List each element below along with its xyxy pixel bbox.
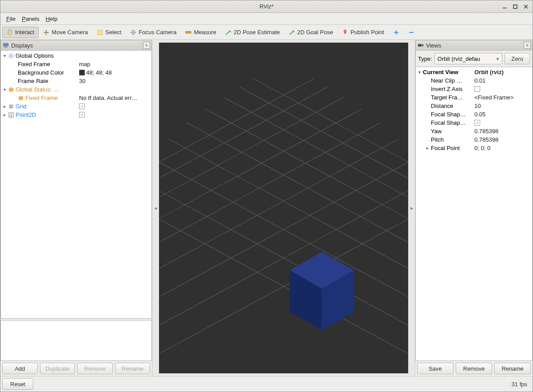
focal-fixed-checkbox[interactable]: ✓ [474, 120, 480, 126]
tool-move-label: Move Camera [52, 29, 88, 36]
tool-interact-label: Interact [15, 29, 34, 36]
tool-2d-pose-label: 2D Pose Estimate [234, 29, 280, 36]
tree-global-options[interactable]: ▾Global Options [1, 51, 151, 60]
tree-focal-point[interactable]: ▸Focal Point0; 0; 0 [416, 144, 532, 152]
displays-header[interactable]: Displays × [0, 40, 152, 51]
views-close[interactable]: × [524, 42, 531, 49]
warning-icon [18, 95, 24, 101]
window-title: RViz* [259, 3, 274, 10]
center-area: ◂ [152, 40, 415, 376]
3d-viewport[interactable] [159, 43, 408, 373]
tool-publish-label: Publish Point [350, 29, 384, 36]
svg-rect-22 [5, 47, 7, 48]
tool-publish-point[interactable]: Publish Point [338, 27, 389, 38]
minimize-button[interactable] [500, 2, 509, 12]
hand-icon [7, 29, 13, 36]
tree-yaw[interactable]: Yaw0.785398 [416, 127, 532, 135]
svg-point-24 [11, 55, 12, 56]
camera-icon [418, 42, 424, 48]
tree-grid[interactable]: ▸Grid ✓ [1, 102, 151, 111]
displays-tree[interactable]: ▾Global Options Fixed Frame map Backgrou… [0, 51, 152, 319]
svg-rect-4 [98, 30, 102, 35]
point2d-checkbox[interactable]: ✓ [79, 112, 85, 118]
tool-select[interactable]: Select [92, 27, 126, 38]
tool-measure-label: Measure [194, 29, 216, 36]
arrow-green-icon [225, 29, 231, 36]
tree-frame-rate[interactable]: Frame Rate 30 [1, 77, 151, 85]
svg-line-15 [290, 31, 294, 35]
grid-checkbox[interactable]: ✓ [79, 103, 85, 109]
views-type-select[interactable]: Orbit (rviz_defau ▾ [434, 53, 502, 64]
menubar: File Panels Help [0, 13, 533, 25]
tree-near-clip[interactable]: Near Clip …0.01 [416, 76, 532, 85]
svg-rect-1 [513, 5, 517, 8]
chevron-down-icon: ▾ [496, 55, 499, 62]
tree-current-view[interactable]: ▾Current View Orbit (rviz) [416, 68, 532, 76]
toolbar: Interact Move Camera Select Focus Camera… [0, 25, 533, 40]
menu-help[interactable]: Help [43, 14, 61, 24]
tree-pitch[interactable]: Pitch0.785398 [416, 135, 532, 144]
marker-icon [8, 112, 14, 118]
displays-title: Displays [11, 42, 33, 49]
warning-icon [8, 87, 14, 93]
views-rename-button[interactable]: Rename [494, 363, 531, 374]
tool-remove[interactable] [404, 27, 419, 38]
right-gutter[interactable]: ▸ [409, 40, 415, 376]
tree-focal-shape-size[interactable]: Focal Shap…0.05 [416, 110, 532, 119]
maximize-button[interactable] [510, 2, 520, 12]
rename-button[interactable]: Rename [115, 363, 151, 374]
tool-move-camera[interactable]: Move Camera [39, 27, 92, 38]
tree-fixed-frame[interactable]: Fixed Frame map [1, 60, 151, 68]
svg-rect-54 [418, 44, 422, 47]
pin-icon [342, 29, 348, 36]
zero-button[interactable]: Zero [505, 53, 530, 64]
invert-z-checkbox[interactable] [474, 86, 480, 92]
svg-rect-30 [20, 99, 21, 100]
tool-measure[interactable]: Measure [181, 27, 221, 38]
tool-add[interactable] [389, 27, 404, 38]
tree-global-status[interactable]: ▾Global Status: … [1, 85, 151, 94]
views-header[interactable]: Views × [415, 40, 533, 51]
grid-icon [8, 103, 14, 110]
left-gutter[interactable]: ◂ [152, 40, 159, 376]
gear-icon [8, 53, 14, 59]
tree-point2d[interactable]: ▸Point2D ✓ [1, 111, 151, 119]
tree-invert-z[interactable]: Invert Z Axis [416, 85, 532, 93]
menu-panels[interactable]: Panels [19, 14, 43, 24]
svg-rect-29 [20, 96, 21, 98]
tree-bgcolor[interactable]: Background Color 48; 48; 48 [1, 68, 151, 77]
views-save-button[interactable]: Save [417, 363, 453, 374]
reset-button[interactable]: Reset [2, 378, 33, 390]
fps-readout: 31 fps [512, 381, 531, 388]
menu-file[interactable]: File [3, 14, 19, 24]
views-title: Views [426, 42, 441, 49]
tool-2d-pose[interactable]: 2D Pose Estimate [221, 27, 284, 38]
views-tree[interactable]: ▾Current View Orbit (rviz) Near Clip …0.… [415, 67, 533, 361]
tool-interact[interactable]: Interact [2, 27, 39, 38]
tree-distance[interactable]: Distance10 [416, 102, 532, 110]
svg-line-14 [226, 31, 230, 35]
svg-point-16 [345, 30, 346, 31]
tool-2d-goal[interactable]: 2D Goal Pose [284, 27, 338, 38]
tree-focal-shape-fixed[interactable]: Focal Shap…✓ [416, 119, 532, 127]
color-swatch [79, 70, 85, 75]
remove-button[interactable]: Remove [77, 363, 113, 374]
tree-target-frame[interactable]: Target Fra…<Fixed Frame> [416, 93, 532, 102]
svg-rect-32 [159, 43, 408, 373]
tool-select-label: Select [105, 29, 121, 36]
add-button[interactable]: Add [2, 363, 38, 374]
minus-icon [408, 29, 414, 36]
tool-focus-camera[interactable]: Focus Camera [126, 27, 181, 38]
close-button[interactable] [521, 2, 531, 12]
displays-panel: Displays × ▾Global Options Fixed Frame m… [0, 40, 152, 376]
views-remove-button[interactable]: Remove [456, 363, 492, 374]
svg-rect-27 [11, 91, 12, 91]
duplicate-button[interactable]: Duplicate [40, 363, 76, 374]
tree-status-fixed-frame[interactable]: Fixed Frame No tf data. Actual err… [1, 94, 151, 102]
ruler-icon [185, 29, 191, 36]
monitor-icon [3, 42, 9, 48]
plus-icon [393, 29, 399, 36]
displays-close[interactable]: × [143, 42, 150, 49]
select-icon [97, 29, 103, 36]
svg-rect-21 [4, 44, 8, 46]
